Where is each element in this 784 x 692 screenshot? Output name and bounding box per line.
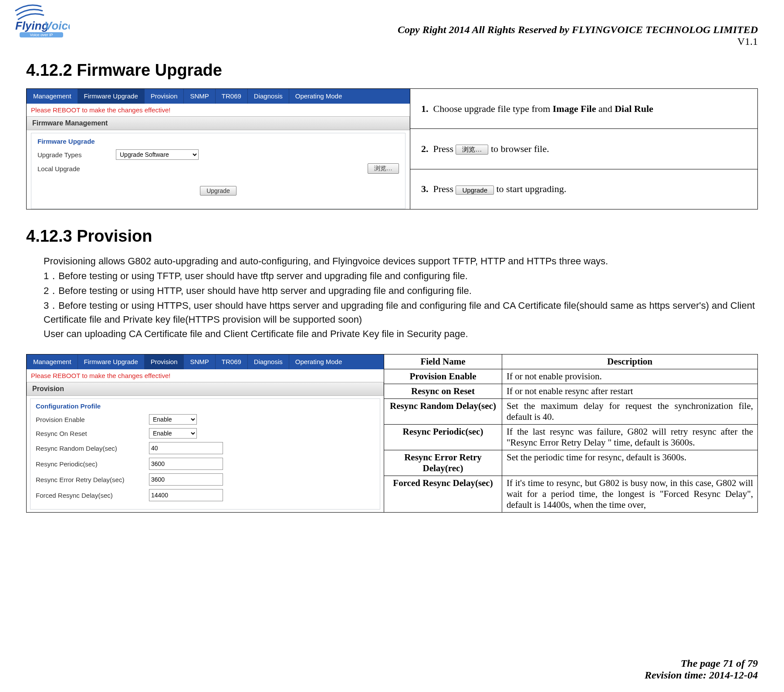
table-row: Resync Periodic(sec)If the last resync w… xyxy=(384,425,758,450)
inline-browse-button[interactable]: 浏览… xyxy=(456,145,488,155)
label-resync-error-retry-delay-sec-: Resync Error Retry Delay(sec) xyxy=(36,476,149,483)
tab-firmware-upgrade[interactable]: Firmware Upgrade xyxy=(78,354,144,369)
input-resync-random-delay-sec-[interactable] xyxy=(149,442,223,454)
tab-operating-mode[interactable]: Operating Mode xyxy=(289,89,348,104)
firmware-tabs: ManagementFirmware UpgradeProvisionSNMPT… xyxy=(27,89,410,104)
footer: The page 71 of 79 Revision time: 2014-12… xyxy=(645,658,758,681)
heading-provision: 4.12.3 Provision xyxy=(26,227,758,246)
description-cell: If the last resync was failure, G802 wil… xyxy=(502,425,758,450)
description-cell: Set the maximum delay for request the sy… xyxy=(502,399,758,425)
tab-provision[interactable]: Provision xyxy=(144,354,184,369)
sub-title-firmware: Firmware Upgrade xyxy=(37,138,399,145)
provision-screenshot: ManagementFirmware UpgradeProvisionSNMPT… xyxy=(26,354,384,513)
field-name-cell: Forced Resync Delay(sec) xyxy=(384,476,502,513)
desc-head-field: Field Name xyxy=(384,354,502,369)
description-cell: Set the periodic time for resync, defaul… xyxy=(502,450,758,476)
table-row: Resync Error Retry Delay(rec)Set the per… xyxy=(384,450,758,476)
input-resync-error-retry-delay-sec-[interactable] xyxy=(149,473,223,486)
input-forced-resync-delay-sec-[interactable] xyxy=(149,489,223,501)
field-name-cell: Resync Periodic(sec) xyxy=(384,425,502,450)
table-row: Resync Random Delay(sec)Set the maximum … xyxy=(384,399,758,425)
tab-management[interactable]: Management xyxy=(27,354,78,369)
label-resync-periodic-sec-: Resync Periodic(sec) xyxy=(36,460,149,468)
version-text: V1.1 xyxy=(398,36,758,47)
firmware-table: ManagementFirmware UpgradeProvisionSNMPT… xyxy=(26,88,758,209)
field-name-cell: Resync Error Retry Delay(rec) xyxy=(384,450,502,476)
footer-rev: Revision time: 2014-12-04 xyxy=(645,669,758,681)
input-provision-enable[interactable]: Enable xyxy=(149,414,197,425)
desc-head-desc: Description xyxy=(502,354,758,369)
heading-firmware: 4.12.2 Firmware Upgrade xyxy=(26,61,758,80)
firmware-screenshot-cell: ManagementFirmware UpgradeProvisionSNMPT… xyxy=(27,89,410,209)
local-upgrade-label: Local Upgrade xyxy=(37,165,116,172)
panel-title-firmware: Firmware Management xyxy=(27,116,410,130)
svg-text:Flying: Flying xyxy=(15,19,49,32)
step-1: 1. Choose upgrade file type from Image F… xyxy=(410,89,758,129)
tab-diagnosis[interactable]: Diagnosis xyxy=(247,89,289,104)
tab-operating-mode[interactable]: Operating Mode xyxy=(289,354,348,369)
label-provision-enable: Provision Enable xyxy=(36,416,149,423)
tab-provision[interactable]: Provision xyxy=(144,89,184,104)
provision-tabs: ManagementFirmware UpgradeProvisionSNMPT… xyxy=(27,354,384,369)
step-3: 3. Press Upgrade to start upgrading. xyxy=(410,169,758,209)
provision-body: Provisioning allows G802 auto-upgrading … xyxy=(44,254,758,341)
field-name-cell: Provision Enable xyxy=(384,369,502,384)
tab-management[interactable]: Management xyxy=(27,89,78,104)
table-row: Provision EnableIf or not enable provisi… xyxy=(384,369,758,384)
browse-button[interactable]: 浏览… xyxy=(368,163,399,174)
inline-upgrade-button[interactable]: Upgrade xyxy=(456,186,494,195)
sub-title-provision: Configuration Profile xyxy=(36,402,375,410)
svg-text:Voice over IP: Voice over IP xyxy=(30,33,53,37)
field-name-cell: Resync on Reset xyxy=(384,384,502,399)
copyright-text: Copy Right 2014 All Rights Reserved by F… xyxy=(398,24,758,36)
step-2: 2. Press 浏览… to browser file. xyxy=(410,129,758,169)
tab-snmp[interactable]: SNMP xyxy=(183,354,215,369)
tab-tr069[interactable]: TR069 xyxy=(215,89,247,104)
reboot-message: Please REBOOT to make the changes effect… xyxy=(27,104,410,116)
label-resync-on-reset: Resync On Reset xyxy=(36,430,149,437)
description-cell: If or not enable provision. xyxy=(502,369,758,384)
tab-snmp[interactable]: SNMP xyxy=(183,89,215,104)
table-row: Resync on ResetIf or not enable resync a… xyxy=(384,384,758,399)
input-resync-periodic-sec-[interactable] xyxy=(149,458,223,470)
panel-title-provision: Provision xyxy=(27,382,384,396)
field-name-cell: Resync Random Delay(sec) xyxy=(384,399,502,425)
description-cell: If or not enable resync after restart xyxy=(502,384,758,399)
upgrade-button[interactable]: Upgrade xyxy=(200,186,237,196)
svg-text:Voice: Voice xyxy=(44,19,70,32)
upgrade-types-label: Upgrade Types xyxy=(37,151,116,159)
reboot-message-2: Please REBOOT to make the changes effect… xyxy=(27,369,384,382)
tab-firmware-upgrade[interactable]: Firmware Upgrade xyxy=(78,89,144,104)
label-forced-resync-delay-sec-: Forced Resync Delay(sec) xyxy=(36,492,149,499)
description-cell: If it's time to resync, but G802 is busy… xyxy=(502,476,758,513)
table-row: Forced Resync Delay(sec)If it's time to … xyxy=(384,476,758,513)
description-table: Field Name Description Provision EnableI… xyxy=(384,354,758,513)
header-right: Copy Right 2014 All Rights Reserved by F… xyxy=(398,24,758,47)
footer-page: The page 71 of 79 xyxy=(645,658,758,669)
input-resync-on-reset[interactable]: Enable xyxy=(149,428,197,439)
logo: Flying Voice Voice over IP xyxy=(13,0,70,39)
upgrade-types-select[interactable]: Upgrade Software xyxy=(116,149,199,160)
tab-tr069[interactable]: TR069 xyxy=(215,354,247,369)
tab-diagnosis[interactable]: Diagnosis xyxy=(247,354,289,369)
label-resync-random-delay-sec-: Resync Random Delay(sec) xyxy=(36,445,149,452)
